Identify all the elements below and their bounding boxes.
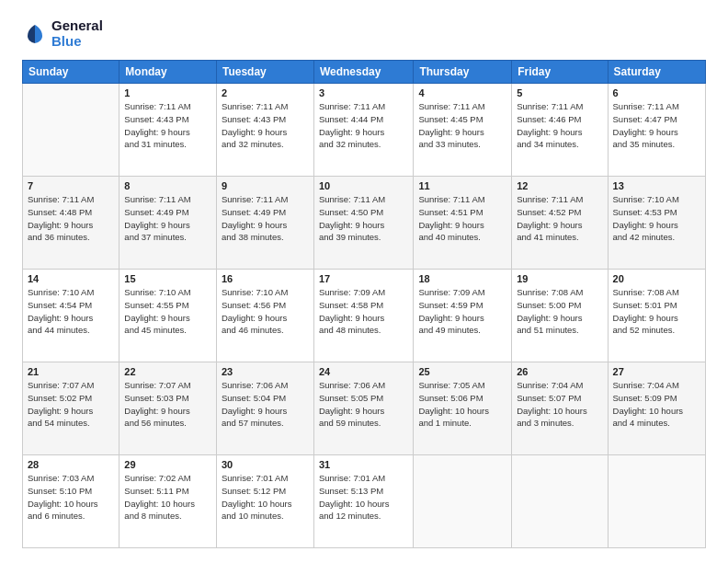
- day-number: 8: [124, 180, 211, 191]
- day-cell: 24Sunrise: 7:06 AM Sunset: 5:05 PM Dayli…: [313, 362, 413, 455]
- day-cell: 13Sunrise: 7:10 AM Sunset: 4:53 PM Dayli…: [608, 177, 705, 270]
- day-info: Sunrise: 7:10 AM Sunset: 4:55 PM Dayligh…: [124, 286, 211, 337]
- day-number: 18: [418, 273, 506, 284]
- day-cell: 30Sunrise: 7:01 AM Sunset: 5:12 PM Dayli…: [216, 455, 313, 548]
- day-info: Sunrise: 7:11 AM Sunset: 4:52 PM Dayligh…: [517, 193, 602, 244]
- day-number: 12: [517, 180, 602, 191]
- day-cell: 20Sunrise: 7:08 AM Sunset: 5:01 PM Dayli…: [608, 270, 705, 362]
- header-row: SundayMondayTuesdayWednesdayThursdayFrid…: [23, 61, 706, 84]
- week-row-1: 1Sunrise: 7:11 AM Sunset: 4:43 PM Daylig…: [23, 84, 706, 177]
- day-number: 15: [124, 273, 211, 284]
- day-info: Sunrise: 7:11 AM Sunset: 4:45 PM Dayligh…: [418, 100, 506, 151]
- day-cell: 5Sunrise: 7:11 AM Sunset: 4:46 PM Daylig…: [512, 84, 608, 177]
- week-row-2: 7Sunrise: 7:11 AM Sunset: 4:48 PM Daylig…: [23, 177, 706, 270]
- day-info: Sunrise: 7:11 AM Sunset: 4:43 PM Dayligh…: [124, 100, 211, 151]
- day-cell: 18Sunrise: 7:09 AM Sunset: 4:59 PM Dayli…: [414, 270, 512, 362]
- day-cell: 29Sunrise: 7:02 AM Sunset: 5:11 PM Dayli…: [119, 455, 217, 548]
- day-cell: 28Sunrise: 7:03 AM Sunset: 5:10 PM Dayli…: [23, 455, 119, 548]
- day-number: 28: [28, 459, 114, 470]
- day-info: Sunrise: 7:06 AM Sunset: 5:05 PM Dayligh…: [319, 379, 408, 430]
- header-day-sunday: Sunday: [23, 61, 119, 84]
- day-number: 2: [222, 87, 309, 98]
- day-info: Sunrise: 7:11 AM Sunset: 4:51 PM Dayligh…: [418, 193, 506, 244]
- day-number: 30: [222, 459, 309, 470]
- day-cell: 3Sunrise: 7:11 AM Sunset: 4:44 PM Daylig…: [313, 84, 413, 177]
- day-info: Sunrise: 7:04 AM Sunset: 5:07 PM Dayligh…: [517, 379, 602, 430]
- day-info: Sunrise: 7:03 AM Sunset: 5:10 PM Dayligh…: [28, 472, 114, 523]
- day-number: 22: [124, 366, 211, 377]
- header-day-saturday: Saturday: [608, 61, 705, 84]
- header-day-monday: Monday: [119, 61, 217, 84]
- day-number: 29: [124, 459, 211, 470]
- day-info: Sunrise: 7:08 AM Sunset: 5:00 PM Dayligh…: [517, 286, 602, 337]
- day-cell: 26Sunrise: 7:04 AM Sunset: 5:07 PM Dayli…: [512, 362, 608, 455]
- day-number: 1: [124, 87, 211, 98]
- day-cell: 4Sunrise: 7:11 AM Sunset: 4:45 PM Daylig…: [414, 84, 512, 177]
- day-cell: 19Sunrise: 7:08 AM Sunset: 5:00 PM Dayli…: [512, 270, 608, 362]
- day-number: 10: [319, 180, 408, 191]
- day-info: Sunrise: 7:02 AM Sunset: 5:11 PM Dayligh…: [124, 472, 211, 523]
- day-number: 25: [418, 366, 506, 377]
- header-day-tuesday: Tuesday: [216, 61, 313, 84]
- day-number: 6: [613, 87, 700, 98]
- day-number: 11: [418, 180, 506, 191]
- day-number: 4: [418, 87, 506, 98]
- day-cell: 16Sunrise: 7:10 AM Sunset: 4:56 PM Dayli…: [216, 270, 313, 362]
- day-info: Sunrise: 7:09 AM Sunset: 4:59 PM Dayligh…: [418, 286, 506, 337]
- day-info: Sunrise: 7:01 AM Sunset: 5:13 PM Dayligh…: [319, 472, 408, 523]
- day-cell: 21Sunrise: 7:07 AM Sunset: 5:02 PM Dayli…: [23, 362, 119, 455]
- day-number: 5: [517, 87, 602, 98]
- day-cell: 22Sunrise: 7:07 AM Sunset: 5:03 PM Dayli…: [119, 362, 217, 455]
- day-number: 26: [517, 366, 602, 377]
- day-info: Sunrise: 7:11 AM Sunset: 4:43 PM Dayligh…: [222, 100, 309, 151]
- header: General Blue: [22, 18, 706, 49]
- day-cell: 14Sunrise: 7:10 AM Sunset: 4:54 PM Dayli…: [23, 270, 119, 362]
- day-info: Sunrise: 7:10 AM Sunset: 4:53 PM Dayligh…: [613, 193, 700, 244]
- day-number: 21: [28, 366, 114, 377]
- day-cell: 11Sunrise: 7:11 AM Sunset: 4:51 PM Dayli…: [414, 177, 512, 270]
- header-day-friday: Friday: [512, 61, 608, 84]
- day-info: Sunrise: 7:11 AM Sunset: 4:49 PM Dayligh…: [124, 193, 211, 244]
- day-number: 27: [613, 366, 700, 377]
- day-cell: 7Sunrise: 7:11 AM Sunset: 4:48 PM Daylig…: [23, 177, 119, 270]
- day-cell: 9Sunrise: 7:11 AM Sunset: 4:49 PM Daylig…: [216, 177, 313, 270]
- day-number: 13: [613, 180, 700, 191]
- day-info: Sunrise: 7:11 AM Sunset: 4:50 PM Dayligh…: [319, 193, 408, 244]
- day-info: Sunrise: 7:05 AM Sunset: 5:06 PM Dayligh…: [418, 379, 506, 430]
- day-cell: 31Sunrise: 7:01 AM Sunset: 5:13 PM Dayli…: [313, 455, 413, 548]
- day-info: Sunrise: 7:10 AM Sunset: 4:56 PM Dayligh…: [222, 286, 309, 337]
- day-cell: 23Sunrise: 7:06 AM Sunset: 5:04 PM Dayli…: [216, 362, 313, 455]
- day-cell: 10Sunrise: 7:11 AM Sunset: 4:50 PM Dayli…: [313, 177, 413, 270]
- day-number: 14: [28, 273, 114, 284]
- day-cell: [23, 84, 119, 177]
- day-cell: 27Sunrise: 7:04 AM Sunset: 5:09 PM Dayli…: [608, 362, 705, 455]
- day-number: 16: [222, 273, 309, 284]
- day-cell: 17Sunrise: 7:09 AM Sunset: 4:58 PM Dayli…: [313, 270, 413, 362]
- day-info: Sunrise: 7:08 AM Sunset: 5:01 PM Dayligh…: [613, 286, 700, 337]
- day-info: Sunrise: 7:11 AM Sunset: 4:46 PM Dayligh…: [517, 100, 602, 151]
- page: General Blue SundayMondayTuesdayWednesda…: [0, 0, 728, 563]
- day-number: 20: [613, 273, 700, 284]
- day-number: 3: [319, 87, 408, 98]
- calendar-table: SundayMondayTuesdayWednesdayThursdayFrid…: [22, 60, 706, 548]
- week-row-4: 21Sunrise: 7:07 AM Sunset: 5:02 PM Dayli…: [23, 362, 706, 455]
- logo-icon: [22, 21, 48, 47]
- day-cell: 15Sunrise: 7:10 AM Sunset: 4:55 PM Dayli…: [119, 270, 217, 362]
- week-row-3: 14Sunrise: 7:10 AM Sunset: 4:54 PM Dayli…: [23, 270, 706, 362]
- day-cell: 6Sunrise: 7:11 AM Sunset: 4:47 PM Daylig…: [608, 84, 705, 177]
- day-info: Sunrise: 7:10 AM Sunset: 4:54 PM Dayligh…: [28, 286, 114, 337]
- day-number: 23: [222, 366, 309, 377]
- day-cell: 2Sunrise: 7:11 AM Sunset: 4:43 PM Daylig…: [216, 84, 313, 177]
- day-info: Sunrise: 7:07 AM Sunset: 5:02 PM Dayligh…: [28, 379, 114, 430]
- day-info: Sunrise: 7:06 AM Sunset: 5:04 PM Dayligh…: [222, 379, 309, 430]
- day-number: 17: [319, 273, 408, 284]
- logo-text: General Blue: [51, 18, 103, 49]
- day-cell: 1Sunrise: 7:11 AM Sunset: 4:43 PM Daylig…: [119, 84, 217, 177]
- day-number: 9: [222, 180, 309, 191]
- day-cell: [512, 455, 608, 548]
- day-number: 7: [28, 180, 114, 191]
- day-cell: 25Sunrise: 7:05 AM Sunset: 5:06 PM Dayli…: [414, 362, 512, 455]
- day-info: Sunrise: 7:04 AM Sunset: 5:09 PM Dayligh…: [613, 379, 700, 430]
- day-info: Sunrise: 7:11 AM Sunset: 4:48 PM Dayligh…: [28, 193, 114, 244]
- logo: General Blue: [22, 18, 103, 49]
